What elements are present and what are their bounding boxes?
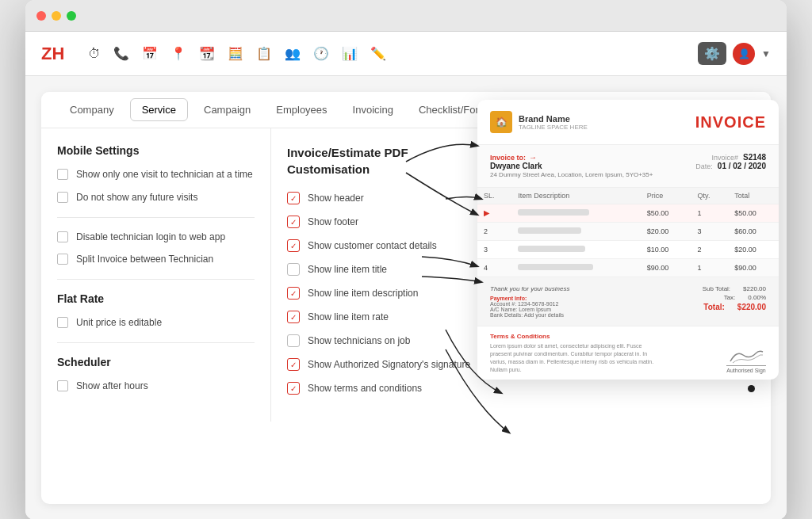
app-bar: ZH ⏱ 📞 📅 📍 📆 🧮 📋 👥 🕐 📊 ✏️ ⚙️ 👤 ▼	[25, 32, 787, 76]
signature-image	[726, 346, 766, 366]
terms-label: Show terms and conditions	[308, 383, 422, 394]
terms-title: Terms & Conditions	[490, 333, 665, 340]
checkbox-disable-login-label: Disable technician login to web app	[76, 231, 225, 244]
checkbox-one-visit-label: Show only one visit to technician at a t…	[76, 168, 253, 181]
tab-employees[interactable]: Employees	[263, 93, 339, 127]
checkbox-customer-contact[interactable]	[287, 239, 300, 252]
list-item: Unit price is editable	[57, 316, 255, 330]
date-label: Date:	[695, 162, 713, 170]
checkbox-show-footer[interactable]	[287, 216, 300, 228]
fullscreen-button[interactable]	[67, 11, 76, 21]
checkbox-unit-price-label: Unit price is editable	[76, 316, 162, 330]
minimize-button[interactable]	[52, 11, 61, 21]
arrow-right-icon: →	[529, 153, 537, 162]
invoice-num-value: S2148	[743, 153, 766, 162]
tab-invoicing[interactable]: Invoicing	[340, 93, 406, 127]
tab-campaign[interactable]: Campaign	[191, 93, 263, 127]
nav-location-icon[interactable]: 📍	[170, 46, 186, 61]
app-logo: ZH	[41, 44, 64, 64]
nav-schedule-icon[interactable]: 📅	[142, 46, 158, 61]
nav-clipboard-icon[interactable]: 📋	[256, 46, 272, 61]
col-total: Total	[728, 188, 779, 204]
checkbox-after-hours-label: Show after hours	[76, 380, 148, 393]
nav-time-icon[interactable]: 🕐	[313, 46, 329, 61]
tab-service[interactable]: Service	[130, 98, 188, 121]
item-total-3: $20.00	[728, 241, 779, 259]
checkbox-one-visit[interactable]	[57, 169, 68, 180]
item-qty-4: 1	[691, 259, 729, 277]
item-desc-4	[511, 259, 641, 277]
item-price-3: $10.00	[641, 241, 691, 259]
nav-chart-icon[interactable]: 📊	[342, 46, 358, 61]
content-area: Company Service Campaign Employees Invoi…	[25, 76, 787, 519]
auth-signatory-label: Show Authorized Signatory's signature	[308, 359, 470, 370]
checkbox-future-visits-label: Do not show any future visits	[76, 191, 197, 204]
divider	[57, 217, 255, 218]
user-avatar[interactable]: 👤	[733, 43, 755, 65]
terms-text: Lorem ipsum dolor sit amet, consectetur …	[490, 342, 665, 373]
table-row: ▶ $50.00 1 $50.00	[477, 204, 779, 223]
payment-info-label: Payment Info:	[490, 296, 570, 301]
checkbox-unit-price[interactable]	[57, 317, 68, 328]
tab-company[interactable]: Company	[57, 93, 127, 127]
invoice-num-label: Invoice#	[712, 154, 739, 162]
nav-dashboard-icon[interactable]: ⏱	[88, 47, 101, 61]
list-item: Do not show any future visits	[57, 191, 255, 204]
item-qty-3: 2	[691, 241, 729, 259]
brand-name: Brand Name	[519, 114, 588, 124]
date-value: 01 / 02 / 2020	[718, 162, 766, 170]
item-qty-1: 1	[691, 204, 729, 223]
checkbox-auth-signatory[interactable]	[287, 358, 300, 371]
checkbox-split-invoice[interactable]	[57, 254, 68, 265]
sub-total-value: $220.00	[743, 285, 766, 292]
nav-calendar-icon[interactable]: 📆	[199, 46, 215, 61]
col-price: Price	[641, 188, 691, 204]
checkbox-line-item-desc[interactable]	[287, 287, 300, 300]
checkbox-line-item-rate[interactable]	[287, 311, 300, 323]
left-column: Mobile Settings Show only one visit to t…	[41, 128, 271, 422]
invoice-header: 🏠 Brand Name TAGLINE SPACE HERE INVOICE	[477, 100, 779, 145]
payment-bank: Bank Details: Add your details	[490, 312, 570, 318]
customer-address: 24 Dummy Street Area, Location, Lorem Ip…	[490, 170, 653, 179]
list-item: Show after hours	[57, 380, 255, 393]
right-icons: ⚙️ 👤 ▼	[698, 42, 771, 65]
nav-edit-icon[interactable]: ✏️	[370, 46, 386, 61]
brand-icon: 🏠	[490, 111, 512, 133]
checkbox-show-header[interactable]	[287, 192, 300, 204]
line-item-title-label: Show line item title	[308, 264, 387, 275]
list-item: Split Invoice between Technician	[57, 253, 255, 266]
payment-account: Account #: 1234-5678-9012	[490, 301, 570, 307]
checkbox-terms[interactable]	[287, 382, 300, 395]
table-row: 2 $20.00 3 $60.00	[477, 223, 779, 241]
settings-icon[interactable]: ⚙️	[698, 42, 726, 65]
invoice-title: INVOICE	[695, 113, 766, 132]
brand-logo: 🏠 Brand Name TAGLINE SPACE HERE	[490, 111, 588, 133]
nav-phone-icon[interactable]: 📞	[113, 46, 129, 61]
item-total-2: $60.00	[728, 223, 779, 241]
nav-calculator-icon[interactable]: 🧮	[228, 46, 243, 61]
checkbox-disable-login[interactable]	[57, 231, 68, 242]
checkbox-line-item-title[interactable]	[287, 263, 300, 276]
item-desc-1	[511, 204, 641, 223]
chevron-down-icon[interactable]: ▼	[761, 48, 771, 59]
checkbox-after-hours[interactable]	[57, 380, 68, 391]
show-header-label: Show header	[308, 193, 364, 204]
auth-sign-section: Authorised Sign	[726, 346, 766, 373]
sub-total-label: Sub Total:	[703, 285, 730, 292]
nav-users-icon[interactable]: 👥	[285, 46, 301, 61]
tax-label: Tax:	[724, 294, 736, 301]
checkbox-future-visits[interactable]	[57, 192, 68, 203]
close-button[interactable]	[36, 11, 46, 21]
checkbox-split-invoice-label: Split Invoice between Technician	[76, 253, 213, 266]
payment-name: A/C Name: Lorem Ipsum	[490, 307, 570, 312]
checkbox-technicians[interactable]	[287, 334, 300, 347]
list-item: Show only one visit to technician at a t…	[57, 168, 255, 181]
item-desc-3	[511, 241, 641, 259]
invoice-footer: Thank you for your business Payment Info…	[477, 277, 779, 326]
line-item-rate-label: Show line item rate	[308, 311, 389, 322]
dot-indicator	[748, 385, 755, 392]
divider	[57, 342, 255, 343]
item-total-4: $90.00	[728, 259, 779, 277]
mobile-settings-title: Mobile Settings	[57, 144, 255, 157]
divider	[57, 279, 255, 280]
